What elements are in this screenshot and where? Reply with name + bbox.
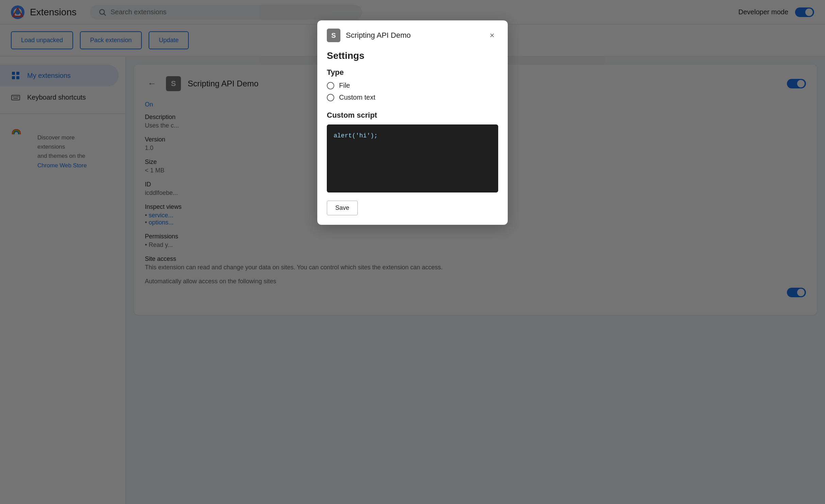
settings-heading: Settings [327,50,498,61]
radio-label-file: File [339,82,350,89]
radio-custom-text[interactable]: Custom text [327,94,498,101]
radio-label-custom-text: Custom text [339,94,375,101]
radio-circle-custom-text [327,94,334,101]
modal-overlay[interactable]: S Scripting API Demo × Settings Type Fil… [0,0,825,504]
save-button[interactable]: Save [327,201,358,215]
modal-body: Settings Type File Custom text Custom sc… [317,48,508,225]
type-heading: Type [327,68,498,77]
modal-extension-name: Scripting API Demo [346,31,411,40]
code-editor[interactable]: alert('hi'); [327,124,498,192]
type-radio-group: File Custom text [327,82,498,101]
modal-close-button[interactable]: × [486,29,498,41]
radio-file[interactable]: File [327,82,498,89]
custom-script-heading: Custom script [327,111,498,120]
modal-extension-icon: S [327,29,340,42]
radio-circle-file [327,82,334,89]
code-content: alert('hi'); [334,132,378,139]
settings-modal: S Scripting API Demo × Settings Type Fil… [317,20,508,225]
modal-header: S Scripting API Demo × [317,20,508,48]
